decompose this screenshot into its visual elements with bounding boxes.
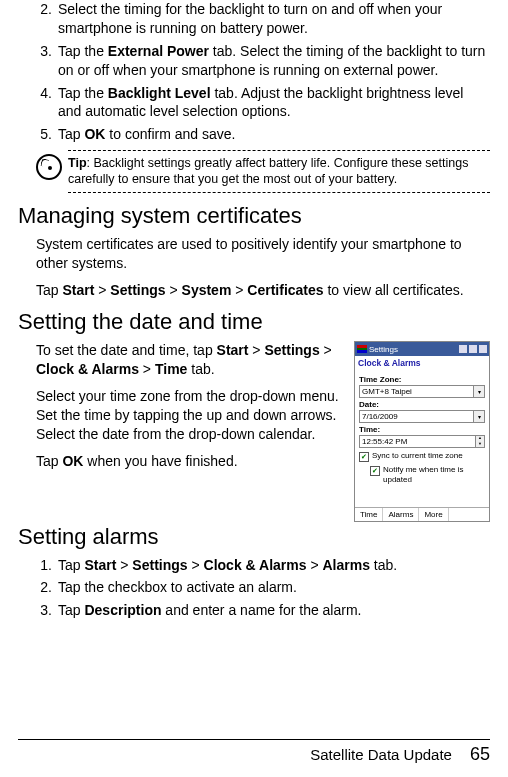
tip-text: Tip: Backlight settings greatly affect b… <box>68 150 490 193</box>
page-number: 65 <box>470 744 490 765</box>
start-flag-icon <box>357 345 367 353</box>
close-icon <box>479 345 487 353</box>
time-para-3: Tap OK when you have finished. <box>36 452 346 471</box>
step-3: 3.Tap the External Power tab. Select the… <box>36 42 490 80</box>
phone-screen-title: Clock & Alarms <box>355 356 489 370</box>
volume-icon <box>469 345 477 353</box>
tab-time[interactable]: Time <box>355 508 383 521</box>
step-2: 2.Select the timing for the backlight to… <box>36 0 490 38</box>
alarm-step-1: 1.Tap Start > Settings > Clock & Alarms … <box>36 556 490 575</box>
tz-label: Time Zone: <box>359 375 485 384</box>
alarm-step-2: 2.Tap the checkbox to activate an alarm. <box>36 578 490 597</box>
phone-screenshot: Settings Clock & Alarms Time Zone: GMT+8… <box>354 341 490 521</box>
time-label: Time: <box>359 425 485 434</box>
step-5: 5.Tap OK to confirm and save. <box>36 125 490 144</box>
phone-titlebar: Settings <box>355 342 489 356</box>
page-footer: Satellite Data Update 65 <box>18 739 490 765</box>
tab-more[interactable]: More <box>419 508 448 521</box>
alarm-steps: 1.Tap Start > Settings > Clock & Alarms … <box>36 556 490 621</box>
heading-certificates: Managing system certificates <box>18 203 490 229</box>
date-dropdown[interactable]: 7/16/2009 <box>359 410 474 423</box>
sync-checkbox[interactable]: ✔ <box>359 452 369 462</box>
tip-callout: Tip: Backlight settings greatly affect b… <box>18 150 490 193</box>
footer-title: Satellite Data Update <box>310 746 452 763</box>
chevron-down-icon[interactable]: ▾ <box>474 385 485 398</box>
tz-dropdown[interactable]: GMT+8 Taipei <box>359 385 474 398</box>
time-para-1: To set the date and time, tap Start > Se… <box>36 341 346 379</box>
tip-icon <box>36 154 62 180</box>
tab-alarms[interactable]: Alarms <box>383 508 419 521</box>
phone-bottom-tabs: Time Alarms More <box>355 507 489 521</box>
step-4: 4.Tap the Backlight Level tab. Adjust th… <box>36 84 490 122</box>
time-para-2: Select your time zone from the drop-down… <box>36 387 346 444</box>
heading-alarms: Setting alarms <box>18 524 490 550</box>
alarm-step-3: 3.Tap Description and enter a name for t… <box>36 601 490 620</box>
chevron-down-icon[interactable]: ▾ <box>474 410 485 423</box>
notify-checkbox[interactable]: ✔ <box>370 466 380 476</box>
time-spinner[interactable]: ▲▼ <box>476 435 485 448</box>
date-label: Date: <box>359 400 485 409</box>
cert-para-2: Tap Start > Settings > System > Certific… <box>36 281 490 300</box>
time-field[interactable]: 12:55:42 PM <box>359 435 476 448</box>
backlight-steps: 2.Select the timing for the backlight to… <box>18 0 490 144</box>
signal-icon <box>459 345 467 353</box>
cert-para-1: System certificates are used to positive… <box>36 235 490 273</box>
heading-date-time: Setting the date and time <box>18 309 490 335</box>
